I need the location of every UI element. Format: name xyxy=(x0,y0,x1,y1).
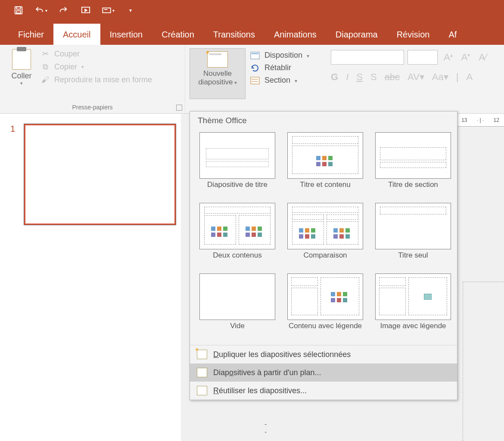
save-icon[interactable] xyxy=(12,4,25,17)
clear-format-icon: A⁄ xyxy=(476,52,489,63)
menu-slides-from-outline[interactable]: Diapositives à partir d'un plan...Diapos… xyxy=(190,363,457,382)
tab-fichier[interactable]: Fichier xyxy=(9,24,53,45)
clipboard-launcher-icon[interactable] xyxy=(176,105,182,111)
italic-button: I xyxy=(346,71,348,83)
menu-reuse-slides[interactable]: Réutiliser les diapositives...Réutiliser… xyxy=(190,382,457,400)
brush-icon: 🖌 xyxy=(40,75,50,84)
menu-duplicate-slides[interactable]: DDupliquer les diapositives sélectionnée… xyxy=(190,345,457,363)
strike-button: abc xyxy=(385,71,400,83)
svg-rect-7 xyxy=(252,53,258,54)
change-case-button: Aa▾ xyxy=(432,71,448,83)
ribbon-tabs: Fichier Accueil Insertion Création Trans… xyxy=(0,21,504,45)
quick-access-toolbar: ▾ ▾ ▾ xyxy=(0,0,504,21)
new-slide-button[interactable]: Nouvelle diapositive xyxy=(190,48,246,99)
clipboard-group-label: Presse-papiers xyxy=(0,104,185,111)
svg-rect-2 xyxy=(16,11,20,13)
font-name-combo[interactable] xyxy=(331,50,404,65)
layout-picture-caption[interactable]: Image avec légende xyxy=(370,272,456,340)
font-size-combo[interactable] xyxy=(408,50,438,65)
tab-creation[interactable]: Création xyxy=(152,24,204,45)
scissors-icon: ✂ xyxy=(40,49,50,59)
paste-label: Coller xyxy=(11,71,31,81)
clipboard-icon xyxy=(12,49,31,70)
format-painter-button: 🖌 Reproduire la mise en forme xyxy=(39,74,154,85)
shadow-button: S xyxy=(370,71,377,83)
copy-button: ⧉ Copier ▾ xyxy=(39,61,154,72)
decrease-font-icon: A▾ xyxy=(459,52,473,63)
char-spacing-button: AV▾ xyxy=(408,71,424,83)
layout-title-content[interactable]: Titre et contenu xyxy=(282,130,368,199)
reset-button[interactable]: Rétablir xyxy=(250,63,309,72)
section-icon xyxy=(250,76,260,85)
duplicate-slide-icon xyxy=(197,350,207,359)
paste-button[interactable]: Coller ▾ xyxy=(4,47,39,86)
layout-section-header[interactable]: Titre de section xyxy=(370,130,456,199)
tab-transitions[interactable]: Transitions xyxy=(204,24,264,45)
tab-insertion[interactable]: Insertion xyxy=(100,24,152,45)
bold-button: G xyxy=(331,71,338,83)
svg-rect-1 xyxy=(16,7,20,9)
underline-button: S xyxy=(356,71,363,83)
slide-thumbnail-1[interactable] xyxy=(24,124,176,225)
outline-icon xyxy=(197,368,207,377)
slide-editor-edge xyxy=(463,282,504,441)
font-color-button: A xyxy=(466,71,473,83)
svg-rect-4 xyxy=(103,8,110,13)
horizontal-ruler: 13 · | · 12 xyxy=(457,114,504,127)
layout-content-caption[interactable]: Contenu avec légende xyxy=(282,272,368,340)
tab-revision[interactable]: Révision xyxy=(387,24,439,45)
slide-number: 1 xyxy=(10,124,15,134)
layout-icon xyxy=(250,51,260,60)
layout-title-only[interactable]: Titre seul xyxy=(370,201,456,269)
ribbon: Coller ▾ ✂ Couper ⧉ Copier ▾ 🖌 Reproduir… xyxy=(0,45,504,114)
layout-two-content[interactable]: Deux contenus xyxy=(194,201,280,269)
tab-diaporama[interactable]: Diaporama xyxy=(326,24,387,45)
reuse-icon xyxy=(197,386,207,395)
slide-thumbnails-pane[interactable]: 1 xyxy=(0,114,181,441)
undo-icon[interactable]: ▾ xyxy=(34,4,47,17)
svg-rect-8 xyxy=(251,77,259,84)
cut-button: ✂ Couper xyxy=(39,48,154,59)
layout-title-slide[interactable]: Diapositive de titre xyxy=(194,130,280,199)
qat-customize-icon[interactable]: ▾ xyxy=(124,4,137,17)
tab-accueil[interactable]: Accueil xyxy=(53,24,100,45)
copy-icon: ⧉ xyxy=(40,62,50,71)
new-slide-icon xyxy=(207,51,228,68)
reset-icon xyxy=(250,64,260,72)
section-button[interactable]: Section xyxy=(250,76,309,85)
layout-button[interactable]: Disposition xyxy=(250,51,309,60)
increase-font-icon: A▴ xyxy=(441,52,455,63)
tab-affichage-truncated[interactable]: Af xyxy=(439,24,466,45)
tab-animations[interactable]: Animations xyxy=(264,24,326,45)
layout-comparison[interactable]: Comparaison xyxy=(282,201,368,269)
zoom-dash-icon: -- xyxy=(264,420,267,436)
layout-blank[interactable]: Vide xyxy=(194,272,280,340)
redo-icon[interactable] xyxy=(57,4,70,17)
gallery-header: Thème Office xyxy=(190,112,457,129)
new-slide-gallery: Thème Office Diapositive de titre Titre … xyxy=(190,111,457,400)
present-mode-icon[interactable]: ▾ xyxy=(102,4,115,17)
slideshow-icon[interactable] xyxy=(79,4,92,17)
